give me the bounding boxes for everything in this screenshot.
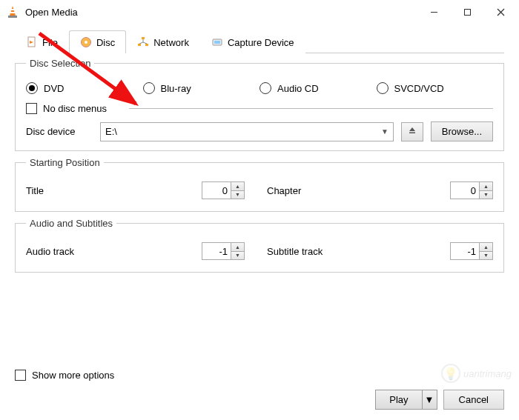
svg-point-11 [85, 41, 87, 44]
show-more-label: Show more options [32, 370, 114, 381]
svg-rect-19 [214, 41, 220, 44]
svg-rect-21 [409, 133, 415, 134]
title-spinner[interactable]: ▲▼ [202, 181, 245, 199]
chapter-label: Chapter [267, 185, 348, 196]
spin-down-icon[interactable]: ▼ [480, 191, 492, 199]
minimize-button[interactable] [417, 1, 451, 23]
svg-line-16 [139, 42, 143, 44]
spin-up-icon[interactable]: ▲ [480, 182, 492, 191]
play-split-button[interactable]: Play ▼ [375, 390, 437, 410]
radio-dot-icon [26, 82, 38, 94]
play-dropdown-button[interactable]: ▼ [423, 390, 437, 410]
browse-label: Browse... [442, 126, 482, 137]
radio-svcd-label: SVCD/VCD [394, 83, 444, 94]
eject-button[interactable] [401, 122, 423, 141]
spin-up-icon[interactable]: ▲ [231, 243, 244, 252]
close-button[interactable] [484, 1, 518, 23]
chevron-down-icon: ▼ [381, 127, 389, 136]
radio-audiocd-label: Audio CD [277, 83, 319, 94]
play-button[interactable]: Play [375, 390, 422, 410]
browse-button[interactable]: Browse... [431, 121, 493, 141]
eject-icon [408, 126, 417, 137]
audio-track-label: Audio track [26, 246, 100, 257]
chapter-spinner[interactable]: ▲▼ [450, 181, 493, 199]
radio-circle-icon [143, 82, 155, 94]
no-disc-menus-checkbox[interactable]: No disc menus [26, 103, 107, 114]
maximize-button[interactable] [451, 1, 484, 23]
tab-file[interactable]: File [15, 30, 69, 53]
disc-device-value: E:\ [105, 126, 117, 137]
vlc-logo-icon [6, 5, 19, 19]
subtitle-track-spinner[interactable]: ▲▼ [450, 242, 493, 260]
radio-circle-icon [377, 82, 389, 94]
no-disc-menus-label: No disc menus [43, 103, 107, 114]
subtitle-track-value[interactable] [451, 243, 479, 259]
tab-network-label: Network [153, 37, 189, 48]
chapter-value[interactable] [451, 182, 479, 199]
tab-disc-label: Disc [96, 37, 115, 48]
radio-audiocd[interactable]: Audio CD [260, 82, 377, 94]
svg-rect-1 [11, 9, 15, 10]
radio-bluray[interactable]: Blu-ray [143, 82, 260, 94]
spin-up-icon[interactable]: ▲ [231, 182, 244, 191]
checkbox-icon [15, 370, 26, 381]
cancel-button[interactable]: Cancel [443, 390, 504, 410]
starting-position-legend: Starting Position [26, 157, 104, 168]
dialog-footer: Show more options Play ▼ Cancel [15, 370, 504, 410]
disc-selection-group: Disc Selection DVD Blu-ray Audio CD SVCD… [15, 58, 504, 151]
svg-rect-14 [145, 44, 148, 46]
svg-rect-13 [138, 44, 141, 46]
starting-position-group: Starting Position Title ▲▼ Chapter ▲▼ [15, 157, 504, 212]
radio-dvd-label: DVD [44, 83, 64, 94]
spin-up-icon[interactable]: ▲ [480, 243, 492, 252]
svg-rect-3 [8, 16, 17, 18]
svg-marker-0 [10, 6, 16, 16]
audio-subtitles-group: Audio and Subtitles Audio track ▲▼ Subti… [15, 218, 504, 273]
file-icon [26, 36, 38, 48]
radio-circle-icon [260, 82, 271, 94]
spin-down-icon[interactable]: ▼ [231, 191, 244, 199]
audio-subtitles-legend: Audio and Subtitles [26, 218, 116, 229]
radio-bluray-label: Blu-ray [161, 83, 191, 94]
radio-dvd[interactable]: DVD [26, 82, 143, 94]
disc-device-label: Disc device [26, 126, 93, 137]
chevron-down-icon: ▼ [425, 394, 434, 405]
show-more-options-checkbox[interactable]: Show more options [15, 370, 114, 381]
title-value[interactable] [202, 182, 231, 199]
network-icon [137, 36, 149, 48]
audio-track-spinner[interactable]: ▲▼ [202, 242, 245, 260]
checkbox-icon [26, 103, 37, 114]
spin-down-icon[interactable]: ▼ [480, 252, 492, 260]
divider [129, 108, 493, 109]
tab-capture-label: Capture Device [228, 37, 294, 48]
subtitle-track-label: Subtitle track [267, 246, 348, 257]
tab-capture[interactable]: Capture Device [200, 30, 305, 53]
svg-rect-12 [142, 37, 145, 39]
window-title: Open Media [25, 7, 417, 18]
capture-icon [211, 36, 223, 48]
disc-selection-legend: Disc Selection [26, 58, 94, 69]
tab-network[interactable]: Network [126, 30, 200, 53]
tab-bar: File Disc Network Capture Device [15, 30, 504, 53]
titlebar: Open Media [0, 0, 519, 24]
disc-device-combo[interactable]: E:\ ▼ [100, 122, 394, 141]
svg-line-17 [143, 42, 147, 44]
spin-down-icon[interactable]: ▼ [231, 252, 244, 260]
tab-file-label: File [42, 37, 58, 48]
svg-marker-20 [409, 127, 415, 131]
radio-svcd[interactable]: SVCD/VCD [377, 82, 494, 94]
title-label: Title [26, 185, 100, 196]
audio-track-value[interactable] [202, 243, 231, 259]
svg-rect-5 [465, 9, 471, 15]
tab-disc[interactable]: Disc [69, 30, 126, 53]
disc-icon [80, 36, 92, 48]
svg-rect-2 [10, 12, 15, 13]
cancel-label: Cancel [459, 394, 489, 405]
